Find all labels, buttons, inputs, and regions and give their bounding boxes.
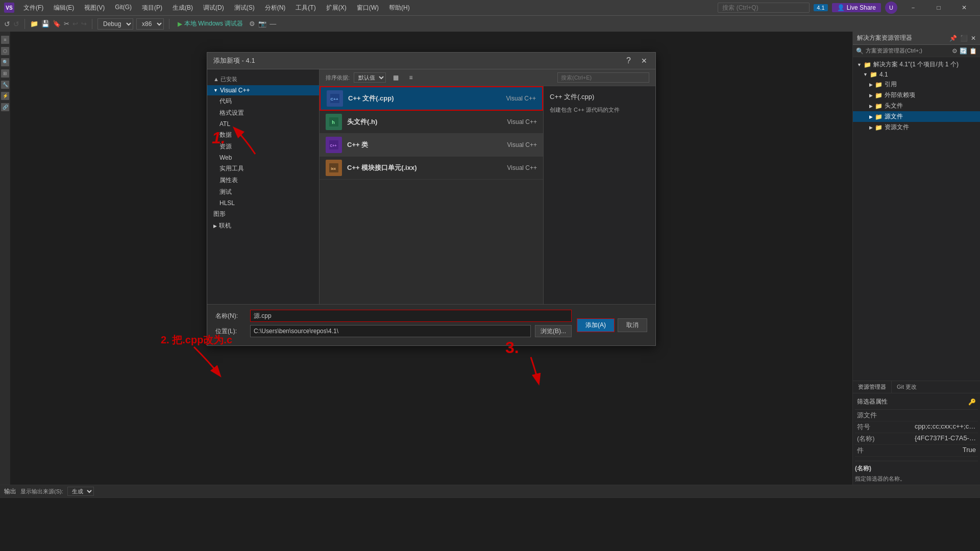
dialog-left-panel: ▲ 已安装 ▼ Visual C++ 代码 格式设置 ATL	[207, 69, 320, 304]
item-cpp-class[interactable]: C++ C++ 类 Visual C++	[320, 134, 543, 157]
se-search-icon[interactable]: 🔍	[856, 47, 864, 55]
tree-hdr-icon: 📁	[875, 103, 883, 110]
location-input[interactable]	[250, 325, 531, 337]
activity-icon-1[interactable]: ≡	[1, 36, 9, 44]
tree-hdr-arrow: ▶	[869, 104, 873, 109]
tree-res-icon: 📁	[875, 124, 883, 131]
tree-node-resource[interactable]: 资源	[207, 141, 319, 153]
tree-sources[interactable]: ▶ 📁 源文件	[853, 111, 980, 122]
item-cpp-module[interactable]: ixx C++ 模块接口单元(.ixx) Visual C++	[320, 157, 543, 180]
svg-text:C++: C++	[330, 97, 338, 102]
tree-node-format[interactable]: 格式设置	[207, 107, 319, 119]
tree-ext-icon: 📁	[875, 92, 883, 99]
menu-edit[interactable]: 编辑(E)	[50, 3, 78, 13]
grid-view-button[interactable]: ▦	[390, 72, 401, 83]
item-h-file[interactable]: h 头文件(.h) Visual C++	[320, 111, 543, 134]
pin-icon[interactable]: 📌	[949, 35, 957, 42]
dialog-help-icon[interactable]: ?	[622, 56, 635, 65]
close-right-icon[interactable]: ✕	[971, 35, 976, 42]
se-tool-icon-2[interactable]: 🔄	[960, 47, 967, 55]
cancel-button[interactable]: 取消	[618, 318, 647, 332]
close-button[interactable]: ✕	[952, 0, 976, 15]
toolbar-icon-1: ↺	[4, 20, 10, 28]
h-file-name: 头文件(.h)	[347, 117, 481, 127]
solution-root[interactable]: ▼ 📁 解决方案 4.1"(1 个项目/共 1 个)	[853, 59, 980, 70]
properties-tool-icon[interactable]: 🔑	[968, 398, 976, 406]
activity-icon-7[interactable]: 🔗	[1, 103, 9, 111]
activity-icon-2[interactable]: ⬡	[1, 47, 9, 55]
toolbar: ↺ ↺ 📁 💾 🔖 ✂ ↩ ↪ Debug x86 ▶ 本地 Windows 调…	[0, 15, 980, 32]
dock-icon[interactable]: ⬛	[960, 35, 968, 42]
item-search-input[interactable]	[557, 72, 649, 83]
global-search-input[interactable]	[718, 3, 810, 13]
menu-build[interactable]: 生成(B)	[168, 3, 197, 13]
menu-git[interactable]: Git(G)	[111, 3, 136, 13]
platform-select[interactable]: x86	[136, 18, 164, 30]
menu-tools[interactable]: 工具(T)	[291, 3, 320, 13]
output-source-select[interactable]: 生成 调试	[67, 487, 94, 496]
name-input[interactable]	[250, 310, 572, 322]
dialog-close-button[interactable]: ✕	[639, 56, 649, 66]
menu-analyze[interactable]: 分析(N)	[261, 3, 290, 13]
tree-ext-arrow: ▶	[869, 93, 873, 98]
menu-view[interactable]: 视图(V)	[80, 3, 109, 13]
tree-hdr-label: 头文件	[885, 102, 903, 110]
activity-icon-5[interactable]: 🔧	[1, 81, 9, 89]
menu-test[interactable]: 测试(S)	[230, 3, 259, 13]
activity-icon-6[interactable]: ⚡	[1, 92, 9, 100]
activity-icon-3[interactable]: 🔍	[1, 58, 9, 66]
menu-debug[interactable]: 调试(D)	[199, 3, 228, 13]
user-avatar[interactable]: U	[885, 2, 897, 14]
maximize-button[interactable]: □	[927, 0, 950, 15]
prop-label-extensions: 符号	[857, 422, 870, 432]
tree-node-code[interactable]: 代码	[207, 95, 319, 107]
project-node[interactable]: ▼ 📁 4.1	[853, 70, 980, 79]
prop-desc-title: (名称)	[855, 464, 978, 473]
info-title: C++ 文件(.cpp)	[550, 92, 649, 102]
list-view-button[interactable]: ≡	[405, 72, 416, 83]
toolbar-separator-2	[92, 19, 92, 29]
project-arrow: ▼	[863, 72, 868, 77]
tree-node-web[interactable]: Web	[207, 153, 319, 163]
run-button[interactable]: ▶ 本地 Windows 调试器	[175, 18, 246, 29]
activity-icon-4[interactable]: ⊞	[1, 69, 9, 78]
tree-node-online[interactable]: ▶ 联机	[207, 220, 319, 232]
tree-references[interactable]: ▶ 📁 引用	[853, 79, 980, 90]
debug-config-select[interactable]: Debug	[97, 18, 133, 30]
tree-src-icon: 📁	[875, 113, 883, 120]
tab-solution-explorer[interactable]: 资源管理器	[853, 381, 892, 393]
tree-resources[interactable]: ▶ 📁 资源文件	[853, 122, 980, 133]
project-icon: 📁	[870, 71, 877, 78]
solution-arrow: ▼	[857, 62, 862, 67]
tree-node-hlsl[interactable]: HLSL	[207, 198, 319, 208]
tree-node-graphics[interactable]: 图形	[207, 208, 319, 220]
add-button[interactable]: 添加(A)	[577, 318, 615, 332]
sort-select[interactable]: 默认值	[354, 72, 386, 83]
menu-window[interactable]: 窗口(W)	[353, 3, 383, 13]
tree-node-test[interactable]: 测试	[207, 186, 319, 198]
prop-label-sourcefile: 源文件	[857, 411, 877, 420]
tree-ref-icon: 📁	[875, 81, 883, 88]
tree-ext-deps[interactable]: ▶ 📁 外部依赖项	[853, 90, 980, 101]
dialog-filter-toolbar: 排序依据: 默认值 ▦ ≡	[320, 69, 655, 86]
live-share-button[interactable]: 👤 Live Share	[832, 3, 881, 12]
browse-button[interactable]: 浏览(B)...	[535, 325, 572, 337]
tree-node-visual-cpp[interactable]: ▼ Visual C++	[207, 85, 319, 95]
tab-git-changes[interactable]: Git 更改	[892, 381, 922, 393]
menu-extensions[interactable]: 扩展(X)	[322, 3, 351, 13]
item-list: C++ C++ 文件(.cpp) Visual C++	[320, 86, 543, 304]
menu-project[interactable]: 项目(P)	[138, 3, 166, 13]
location-field: 位置(L): 浏览(B)...	[215, 325, 572, 337]
toolbar-icon-6: ✂	[64, 20, 69, 28]
se-tool-icon-3[interactable]: 📋	[969, 47, 977, 55]
tree-node-data[interactable]: 数据	[207, 129, 319, 141]
tree-node-propsheet[interactable]: 属性表	[207, 174, 319, 186]
tree-headers[interactable]: ▶ 📁 头文件	[853, 101, 980, 111]
menu-file[interactable]: 文件(F)	[19, 3, 47, 13]
tree-node-utils[interactable]: 实用工具	[207, 163, 319, 174]
tree-node-atl[interactable]: ATL	[207, 119, 319, 129]
menu-help[interactable]: 帮助(H)	[385, 3, 414, 13]
minimize-button[interactable]: －	[901, 0, 925, 15]
se-tool-icon-1[interactable]: ⚙	[952, 47, 958, 55]
item-cpp-file[interactable]: C++ C++ 文件(.cpp) Visual C++	[320, 86, 543, 111]
